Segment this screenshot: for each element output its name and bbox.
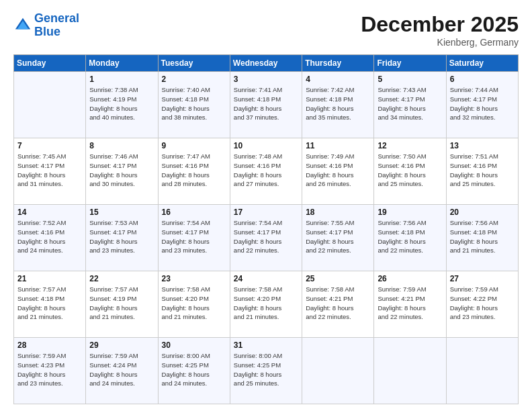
day-info: Sunrise: 8:00 AMSunset: 4:25 PMDaylight:… — [234, 351, 298, 388]
day-number: 27 — [450, 274, 515, 283]
day-number: 5 — [378, 75, 442, 84]
table-row — [374, 338, 446, 404]
day-number: 4 — [306, 75, 370, 84]
calendar-week-row: 14Sunrise: 7:52 AMSunset: 4:16 PMDayligh… — [14, 205, 519, 271]
day-number: 25 — [306, 274, 370, 283]
day-number: 21 — [17, 274, 82, 283]
day-number: 14 — [17, 208, 82, 217]
table-row: 8Sunrise: 7:46 AMSunset: 4:17 PMDaylight… — [86, 138, 158, 205]
day-number: 17 — [234, 208, 298, 217]
month-title: December 2025 — [361, 12, 519, 37]
calendar-table: Sunday Monday Tuesday Wednesday Thursday… — [13, 54, 519, 404]
day-number: 6 — [450, 75, 515, 84]
day-info: Sunrise: 7:55 AMSunset: 4:17 PMDaylight:… — [306, 218, 370, 255]
calendar-week-row: 1Sunrise: 7:38 AMSunset: 4:19 PMDaylight… — [14, 72, 519, 138]
day-info: Sunrise: 7:56 AMSunset: 4:18 PMDaylight:… — [378, 218, 442, 255]
page: General Blue December 2025 Kienberg, Ger… — [0, 0, 532, 411]
day-number: 30 — [162, 340, 226, 350]
day-info: Sunrise: 7:48 AMSunset: 4:16 PMDaylight:… — [234, 152, 298, 189]
table-row: 24Sunrise: 7:58 AMSunset: 4:20 PMDayligh… — [230, 271, 302, 338]
calendar-header-row: Sunday Monday Tuesday Wednesday Thursday… — [14, 55, 519, 72]
day-number: 22 — [89, 274, 154, 283]
table-row — [14, 72, 86, 138]
table-row: 26Sunrise: 7:59 AMSunset: 4:21 PMDayligh… — [374, 271, 446, 338]
day-info: Sunrise: 7:53 AMSunset: 4:17 PMDaylight:… — [89, 218, 154, 255]
calendar-week-row: 28Sunrise: 7:59 AMSunset: 4:23 PMDayligh… — [14, 338, 519, 404]
day-number: 16 — [162, 208, 226, 217]
col-wednesday: Wednesday — [230, 55, 302, 72]
day-info: Sunrise: 7:58 AMSunset: 4:20 PMDaylight:… — [162, 285, 226, 322]
table-row: 17Sunrise: 7:54 AMSunset: 4:17 PMDayligh… — [230, 205, 302, 271]
logo: General Blue — [13, 12, 79, 39]
table-row: 29Sunrise: 7:59 AMSunset: 4:24 PMDayligh… — [86, 338, 158, 404]
location-subtitle: Kienberg, Germany — [361, 37, 519, 48]
day-info: Sunrise: 7:38 AMSunset: 4:19 PMDaylight:… — [89, 85, 154, 122]
table-row: 27Sunrise: 7:59 AMSunset: 4:22 PMDayligh… — [446, 271, 518, 338]
table-row: 22Sunrise: 7:57 AMSunset: 4:19 PMDayligh… — [86, 271, 158, 338]
table-row — [302, 338, 374, 404]
table-row: 23Sunrise: 7:58 AMSunset: 4:20 PMDayligh… — [158, 271, 230, 338]
day-info: Sunrise: 7:50 AMSunset: 4:16 PMDaylight:… — [378, 152, 442, 189]
table-row: 2Sunrise: 7:40 AMSunset: 4:18 PMDaylight… — [158, 72, 230, 138]
day-number: 15 — [89, 208, 154, 217]
day-number: 13 — [450, 141, 515, 150]
title-block: December 2025 Kienberg, Germany — [361, 12, 519, 48]
day-info: Sunrise: 7:57 AMSunset: 4:19 PMDaylight:… — [89, 285, 154, 322]
table-row: 12Sunrise: 7:50 AMSunset: 4:16 PMDayligh… — [374, 138, 446, 205]
day-number: 24 — [234, 274, 298, 283]
table-row — [446, 338, 518, 404]
table-row: 16Sunrise: 7:54 AMSunset: 4:17 PMDayligh… — [158, 205, 230, 271]
table-row: 18Sunrise: 7:55 AMSunset: 4:17 PMDayligh… — [302, 205, 374, 271]
day-info: Sunrise: 7:54 AMSunset: 4:17 PMDaylight:… — [162, 218, 226, 255]
col-friday: Friday — [374, 55, 446, 72]
day-info: Sunrise: 7:59 AMSunset: 4:23 PMDaylight:… — [17, 351, 82, 388]
day-info: Sunrise: 7:58 AMSunset: 4:20 PMDaylight:… — [234, 285, 298, 322]
day-number: 9 — [162, 141, 226, 150]
day-number: 2 — [162, 75, 226, 84]
col-thursday: Thursday — [302, 55, 374, 72]
table-row: 30Sunrise: 8:00 AMSunset: 4:25 PMDayligh… — [158, 338, 230, 404]
table-row: 20Sunrise: 7:56 AMSunset: 4:18 PMDayligh… — [446, 205, 518, 271]
day-info: Sunrise: 7:43 AMSunset: 4:17 PMDaylight:… — [378, 85, 442, 122]
col-monday: Monday — [86, 55, 158, 72]
table-row: 14Sunrise: 7:52 AMSunset: 4:16 PMDayligh… — [14, 205, 86, 271]
day-info: Sunrise: 7:41 AMSunset: 4:18 PMDaylight:… — [234, 85, 298, 122]
calendar-week-row: 7Sunrise: 7:45 AMSunset: 4:17 PMDaylight… — [14, 138, 519, 205]
day-info: Sunrise: 7:49 AMSunset: 4:16 PMDaylight:… — [306, 152, 370, 189]
table-row: 31Sunrise: 8:00 AMSunset: 4:25 PMDayligh… — [230, 338, 302, 404]
table-row: 19Sunrise: 7:56 AMSunset: 4:18 PMDayligh… — [374, 205, 446, 271]
day-info: Sunrise: 7:45 AMSunset: 4:17 PMDaylight:… — [17, 152, 82, 189]
table-row: 1Sunrise: 7:38 AMSunset: 4:19 PMDaylight… — [86, 72, 158, 138]
table-row: 6Sunrise: 7:44 AMSunset: 4:17 PMDaylight… — [446, 72, 518, 138]
table-row: 7Sunrise: 7:45 AMSunset: 4:17 PMDaylight… — [14, 138, 86, 205]
day-info: Sunrise: 7:59 AMSunset: 4:24 PMDaylight:… — [89, 351, 154, 388]
table-row: 4Sunrise: 7:42 AMSunset: 4:18 PMDaylight… — [302, 72, 374, 138]
day-number: 31 — [234, 340, 298, 350]
col-saturday: Saturday — [446, 55, 518, 72]
table-row: 25Sunrise: 7:58 AMSunset: 4:21 PMDayligh… — [302, 271, 374, 338]
day-number: 7 — [17, 141, 82, 150]
col-sunday: Sunday — [14, 55, 86, 72]
header: General Blue December 2025 Kienberg, Ger… — [13, 12, 519, 48]
table-row: 10Sunrise: 7:48 AMSunset: 4:16 PMDayligh… — [230, 138, 302, 205]
table-row: 5Sunrise: 7:43 AMSunset: 4:17 PMDaylight… — [374, 72, 446, 138]
day-info: Sunrise: 7:57 AMSunset: 4:18 PMDaylight:… — [17, 285, 82, 322]
day-info: Sunrise: 7:58 AMSunset: 4:21 PMDaylight:… — [306, 285, 370, 322]
day-number: 10 — [234, 141, 298, 150]
day-info: Sunrise: 7:59 AMSunset: 4:21 PMDaylight:… — [378, 285, 442, 322]
day-info: Sunrise: 8:00 AMSunset: 4:25 PMDaylight:… — [162, 351, 226, 388]
day-number: 12 — [378, 141, 442, 150]
logo-line1: General — [34, 11, 79, 25]
table-row: 15Sunrise: 7:53 AMSunset: 4:17 PMDayligh… — [86, 205, 158, 271]
logo-line2: Blue — [34, 25, 60, 38]
day-info: Sunrise: 7:46 AMSunset: 4:17 PMDaylight:… — [89, 152, 154, 189]
day-info: Sunrise: 7:51 AMSunset: 4:16 PMDaylight:… — [450, 152, 515, 189]
day-number: 28 — [17, 340, 82, 350]
calendar-week-row: 21Sunrise: 7:57 AMSunset: 4:18 PMDayligh… — [14, 271, 519, 338]
day-number: 1 — [89, 75, 154, 84]
table-row: 11Sunrise: 7:49 AMSunset: 4:16 PMDayligh… — [302, 138, 374, 205]
day-number: 8 — [89, 141, 154, 150]
day-info: Sunrise: 7:56 AMSunset: 4:18 PMDaylight:… — [450, 218, 515, 255]
day-info: Sunrise: 7:44 AMSunset: 4:17 PMDaylight:… — [450, 85, 515, 122]
day-info: Sunrise: 7:54 AMSunset: 4:17 PMDaylight:… — [234, 218, 298, 255]
